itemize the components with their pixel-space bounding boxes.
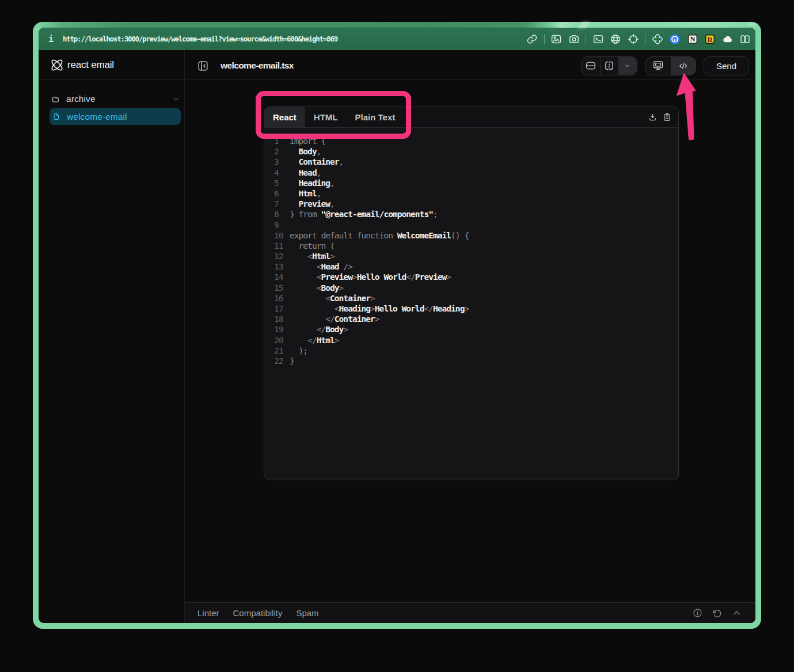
url-text[interactable]: http://localhost:3000/preview/welcome-em…	[63, 35, 337, 43]
svg-text:N: N	[690, 35, 695, 43]
bottom-bar: LinterCompatibilitySpam	[185, 602, 755, 623]
download-icon[interactable]	[648, 113, 657, 122]
tab-react[interactable]: React	[264, 107, 305, 127]
refresh-icon[interactable]	[712, 608, 722, 618]
picture-frame-icon[interactable]	[550, 33, 562, 45]
line-number: 14	[274, 272, 290, 282]
line-number: 12	[274, 251, 290, 261]
send-button[interactable]: Send	[704, 56, 749, 75]
info-circle-icon[interactable]	[693, 608, 702, 618]
code-line-22: 22}	[274, 356, 678, 366]
notion-icon[interactable]: N	[687, 33, 698, 45]
brand-label: react email	[67, 59, 114, 71]
line-number: 8	[274, 209, 290, 219]
code-line-17: 17 <Heading>Hello World</Heading>	[274, 303, 678, 314]
view-mode-group	[645, 56, 696, 75]
terminal-icon[interactable]	[592, 33, 604, 45]
code-line-1: 1import {	[274, 136, 678, 146]
viewport-dropdown-button[interactable]	[618, 57, 637, 75]
code-line-11: 11 return (	[274, 241, 678, 251]
page-title: welcome-email.tsx	[221, 60, 294, 71]
sidebar-folder-archive[interactable]: archive	[50, 91, 181, 107]
bottom-tab-linter[interactable]: Linter	[197, 608, 219, 618]
line-number: 11	[274, 241, 290, 251]
code-line-19: 19 </Body>	[274, 324, 678, 335]
width-dashed-icon	[604, 60, 614, 71]
folder-label: archive	[66, 94, 96, 104]
crosshair-icon[interactable]	[628, 33, 639, 45]
code-panel: ReactHTMLPlain Text 1import {2 Body,3 Co…	[264, 107, 679, 480]
header-controls: Send	[581, 56, 749, 75]
code-line-5: 5 Heading,	[274, 178, 678, 188]
main-body: ReactHTMLPlain Text 1import {2 Body,3 Co…	[185, 80, 755, 602]
code-line-3: 3 Container,	[274, 157, 678, 167]
line-number: 16	[274, 293, 290, 303]
main-area: welcome-email.tsx Send	[185, 50, 755, 623]
file-label: welcome-email	[67, 112, 127, 122]
monitor-icon	[652, 60, 664, 71]
clipboard-copy-icon[interactable]	[663, 113, 671, 122]
bottom-bar-icons	[693, 608, 742, 618]
collapse-sidebar-button[interactable]	[198, 61, 208, 71]
line-number: 22	[274, 356, 290, 366]
viewport-size-group	[581, 56, 637, 75]
bottom-tab-compatibility[interactable]: Compatibility	[233, 608, 283, 618]
code-line-10: 10export default function WelcomeEmail()…	[274, 230, 678, 241]
line-number: 7	[274, 199, 290, 209]
knot-icon[interactable]	[652, 33, 663, 45]
code-panel-actions	[648, 107, 678, 127]
line-number: 5	[274, 178, 290, 188]
link-icon[interactable]	[526, 33, 538, 45]
code-editor[interactable]: 1import {2 Body,3 Container,4 Head,5 Hea…	[264, 128, 678, 480]
line-number: 4	[274, 168, 290, 178]
line-number: 2	[274, 146, 290, 157]
line-number: 19	[274, 324, 290, 335]
code-panel-tabs: ReactHTMLPlain Text	[264, 107, 678, 128]
tab-plain-text[interactable]: Plain Text	[347, 107, 404, 127]
code-line-6: 6 Html,	[274, 188, 678, 199]
chevron-down-icon[interactable]	[172, 96, 180, 103]
toolbar-divider	[544, 34, 545, 44]
line-number: 18	[274, 314, 290, 324]
line-number: 21	[274, 346, 290, 356]
code-line-16: 16 <Container>	[274, 293, 678, 303]
height-dashed-icon	[586, 60, 596, 71]
code-line-9: 9	[274, 220, 678, 230]
code-line-21: 21 );	[274, 346, 678, 356]
chevron-down-icon	[624, 62, 631, 70]
code-line-4: 4 Head,	[274, 168, 678, 178]
line-number: 6	[274, 188, 290, 199]
browser-window: i http://localhost:3000/preview/welcome-…	[39, 28, 755, 623]
line-number: 1	[274, 136, 290, 146]
viewport-height-button[interactable]	[582, 57, 600, 75]
source-code-button[interactable]	[671, 57, 696, 75]
code-line-7: 7 Preview,	[274, 199, 678, 209]
bottom-tab-spam[interactable]: Spam	[296, 608, 318, 618]
code-icon	[678, 60, 689, 71]
viewport-width-button[interactable]	[600, 57, 618, 75]
code-line-20: 20 </Html>	[274, 335, 678, 346]
sidebar-item-welcome-email[interactable]: welcome-email	[50, 108, 181, 125]
sidebar: react email archive welcome-email	[39, 50, 185, 623]
main-header: welcome-email.tsx Send	[185, 50, 755, 80]
react-email-logo-icon	[51, 59, 63, 71]
desktop-preview-button[interactable]	[646, 57, 671, 75]
info-icon: i	[48, 34, 53, 44]
line-number: 10	[274, 230, 290, 241]
onepassword-icon[interactable]	[669, 33, 681, 45]
browser-url-bar[interactable]: i http://localhost:3000/preview/welcome-…	[39, 28, 755, 50]
line-number: 13	[274, 261, 290, 272]
chevron-up-icon[interactable]	[732, 608, 742, 618]
camera-icon[interactable]	[568, 33, 580, 45]
globe-icon[interactable]	[610, 33, 621, 45]
code-line-8: 8} from "@react-email/components";	[274, 209, 678, 219]
line-number: 20	[274, 335, 290, 346]
file-icon	[52, 113, 60, 120]
frame-top-shade	[33, 22, 761, 28]
code-line-14: 14 <Preview>Hello World</Preview>	[274, 272, 678, 282]
line-number: 17	[274, 303, 290, 314]
code-line-2: 2 Body,	[274, 146, 678, 157]
tab-html[interactable]: HTML	[305, 107, 347, 127]
line-number: 9	[274, 220, 290, 230]
toolbar-divider	[586, 34, 586, 44]
